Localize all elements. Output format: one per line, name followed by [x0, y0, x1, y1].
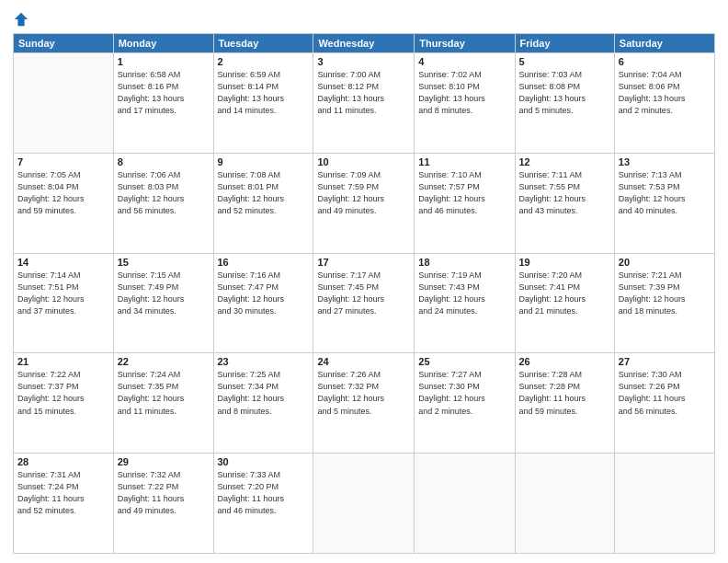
- week-row-3: 14Sunrise: 7:14 AM Sunset: 7:51 PM Dayli…: [14, 253, 715, 353]
- day-number: 7: [17, 156, 109, 167]
- day-info: Sunrise: 7:04 AM Sunset: 8:06 PM Dayligh…: [619, 69, 711, 117]
- day-info: Sunrise: 7:33 AM Sunset: 7:20 PM Dayligh…: [218, 469, 310, 517]
- day-number: 28: [17, 456, 109, 467]
- day-number: 24: [317, 356, 410, 367]
- day-info: Sunrise: 7:16 AM Sunset: 7:47 PM Dayligh…: [218, 270, 310, 317]
- day-info: Sunrise: 7:19 AM Sunset: 7:43 PM Dayligh…: [418, 270, 510, 317]
- day-number: 9: [218, 156, 310, 167]
- logo-icon: [13, 11, 29, 28]
- day-info: Sunrise: 7:15 AM Sunset: 7:49 PM Dayligh…: [118, 270, 210, 317]
- weekday-header-monday: Monday: [113, 34, 213, 53]
- day-info: Sunrise: 7:30 AM Sunset: 7:26 PM Dayligh…: [619, 369, 711, 417]
- day-number: 16: [218, 257, 310, 268]
- day-info: Sunrise: 6:59 AM Sunset: 8:14 PM Dayligh…: [218, 69, 310, 117]
- day-info: Sunrise: 7:22 AM Sunset: 7:37 PM Dayligh…: [17, 369, 109, 417]
- calendar-cell: 7Sunrise: 7:05 AM Sunset: 8:04 PM Daylig…: [14, 153, 114, 253]
- day-number: 23: [218, 356, 310, 367]
- day-number: 8: [118, 156, 210, 167]
- calendar-cell: 4Sunrise: 7:02 AM Sunset: 8:10 PM Daylig…: [415, 53, 515, 154]
- calendar-cell: 24Sunrise: 7:26 AM Sunset: 7:32 PM Dayli…: [313, 353, 415, 454]
- day-info: Sunrise: 7:13 AM Sunset: 7:53 PM Dayligh…: [619, 169, 711, 217]
- calendar-cell: 18Sunrise: 7:19 AM Sunset: 7:43 PM Dayli…: [415, 253, 515, 353]
- calendar-cell: [515, 454, 614, 554]
- calendar-table: SundayMondayTuesdayWednesdayThursdayFrid…: [13, 33, 715, 554]
- day-info: Sunrise: 7:05 AM Sunset: 8:04 PM Dayligh…: [17, 169, 109, 217]
- calendar-cell: 23Sunrise: 7:25 AM Sunset: 7:34 PM Dayli…: [213, 353, 313, 454]
- day-number: 14: [17, 257, 109, 268]
- day-number: 19: [519, 257, 610, 268]
- day-number: 27: [619, 356, 711, 367]
- day-info: Sunrise: 7:11 AM Sunset: 7:55 PM Dayligh…: [519, 169, 610, 217]
- day-number: 20: [619, 257, 711, 268]
- day-info: Sunrise: 7:14 AM Sunset: 7:51 PM Dayligh…: [17, 270, 109, 317]
- calendar-cell: 29Sunrise: 7:32 AM Sunset: 7:22 PM Dayli…: [113, 454, 213, 554]
- calendar-cell: 26Sunrise: 7:28 AM Sunset: 7:28 PM Dayli…: [515, 353, 614, 454]
- calendar-cell: 19Sunrise: 7:20 AM Sunset: 7:41 PM Dayli…: [515, 253, 614, 353]
- day-info: Sunrise: 7:09 AM Sunset: 7:59 PM Dayligh…: [317, 169, 410, 217]
- calendar-cell: 17Sunrise: 7:17 AM Sunset: 7:45 PM Dayli…: [313, 253, 415, 353]
- week-row-5: 28Sunrise: 7:31 AM Sunset: 7:24 PM Dayli…: [14, 454, 715, 554]
- weekday-header-row: SundayMondayTuesdayWednesdayThursdayFrid…: [14, 34, 715, 53]
- calendar-cell: 25Sunrise: 7:27 AM Sunset: 7:30 PM Dayli…: [415, 353, 515, 454]
- day-number: 18: [418, 257, 510, 268]
- calendar-cell: 13Sunrise: 7:13 AM Sunset: 7:53 PM Dayli…: [614, 153, 714, 253]
- calendar-cell: 11Sunrise: 7:10 AM Sunset: 7:57 PM Dayli…: [415, 153, 515, 253]
- weekday-header-sunday: Sunday: [14, 34, 114, 53]
- week-row-1: 1Sunrise: 6:58 AM Sunset: 8:16 PM Daylig…: [14, 53, 715, 154]
- day-number: 17: [317, 257, 410, 268]
- calendar-cell: [313, 454, 415, 554]
- day-number: 22: [118, 356, 210, 367]
- day-number: 29: [118, 456, 210, 467]
- calendar-cell: 14Sunrise: 7:14 AM Sunset: 7:51 PM Dayli…: [14, 253, 114, 353]
- calendar-cell: 3Sunrise: 7:00 AM Sunset: 8:12 PM Daylig…: [313, 53, 415, 154]
- week-row-2: 7Sunrise: 7:05 AM Sunset: 8:04 PM Daylig…: [14, 153, 715, 253]
- weekday-header-friday: Friday: [515, 34, 614, 53]
- day-info: Sunrise: 7:27 AM Sunset: 7:30 PM Dayligh…: [418, 369, 510, 417]
- calendar-cell: 8Sunrise: 7:06 AM Sunset: 8:03 PM Daylig…: [113, 153, 213, 253]
- day-number: 11: [418, 156, 510, 167]
- day-info: Sunrise: 7:26 AM Sunset: 7:32 PM Dayligh…: [317, 369, 410, 417]
- weekday-header-saturday: Saturday: [614, 34, 714, 53]
- calendar-cell: 22Sunrise: 7:24 AM Sunset: 7:35 PM Dayli…: [113, 353, 213, 454]
- calendar-cell: 16Sunrise: 7:16 AM Sunset: 7:47 PM Dayli…: [213, 253, 313, 353]
- day-number: 10: [317, 156, 410, 167]
- calendar-cell: 15Sunrise: 7:15 AM Sunset: 7:49 PM Dayli…: [113, 253, 213, 353]
- day-number: 1: [118, 56, 210, 67]
- day-info: Sunrise: 7:00 AM Sunset: 8:12 PM Dayligh…: [317, 69, 410, 117]
- weekday-header-tuesday: Tuesday: [213, 34, 313, 53]
- calendar-cell: 20Sunrise: 7:21 AM Sunset: 7:39 PM Dayli…: [614, 253, 714, 353]
- logo: [13, 9, 31, 28]
- day-info: Sunrise: 7:17 AM Sunset: 7:45 PM Dayligh…: [317, 270, 410, 317]
- day-info: Sunrise: 7:20 AM Sunset: 7:41 PM Dayligh…: [519, 270, 610, 317]
- day-info: Sunrise: 7:25 AM Sunset: 7:34 PM Dayligh…: [218, 369, 310, 417]
- page: SundayMondayTuesdayWednesdayThursdayFrid…: [0, 0, 728, 563]
- day-number: 25: [418, 356, 510, 367]
- day-info: Sunrise: 7:02 AM Sunset: 8:10 PM Dayligh…: [418, 69, 510, 117]
- calendar-cell: 30Sunrise: 7:33 AM Sunset: 7:20 PM Dayli…: [213, 454, 313, 554]
- day-number: 6: [619, 56, 711, 67]
- day-info: Sunrise: 7:31 AM Sunset: 7:24 PM Dayligh…: [17, 469, 109, 517]
- day-info: Sunrise: 7:21 AM Sunset: 7:39 PM Dayligh…: [619, 270, 711, 317]
- calendar-cell: 9Sunrise: 7:08 AM Sunset: 8:01 PM Daylig…: [213, 153, 313, 253]
- week-row-4: 21Sunrise: 7:22 AM Sunset: 7:37 PM Dayli…: [14, 353, 715, 454]
- day-info: Sunrise: 7:24 AM Sunset: 7:35 PM Dayligh…: [118, 369, 210, 417]
- day-number: 4: [418, 56, 510, 67]
- calendar-cell: 1Sunrise: 6:58 AM Sunset: 8:16 PM Daylig…: [113, 53, 213, 154]
- day-info: Sunrise: 7:03 AM Sunset: 8:08 PM Dayligh…: [519, 69, 610, 117]
- calendar-cell: [614, 454, 714, 554]
- day-info: Sunrise: 7:08 AM Sunset: 8:01 PM Dayligh…: [218, 169, 310, 217]
- calendar-cell: 5Sunrise: 7:03 AM Sunset: 8:08 PM Daylig…: [515, 53, 614, 154]
- day-number: 2: [218, 56, 310, 67]
- calendar-cell: 28Sunrise: 7:31 AM Sunset: 7:24 PM Dayli…: [14, 454, 114, 554]
- calendar-cell: 21Sunrise: 7:22 AM Sunset: 7:37 PM Dayli…: [14, 353, 114, 454]
- calendar-cell: 12Sunrise: 7:11 AM Sunset: 7:55 PM Dayli…: [515, 153, 614, 253]
- day-info: Sunrise: 7:32 AM Sunset: 7:22 PM Dayligh…: [118, 469, 210, 517]
- day-number: 3: [317, 56, 410, 67]
- day-number: 30: [218, 456, 310, 467]
- day-info: Sunrise: 7:28 AM Sunset: 7:28 PM Dayligh…: [519, 369, 610, 417]
- calendar-cell: 2Sunrise: 6:59 AM Sunset: 8:14 PM Daylig…: [213, 53, 313, 154]
- header: [13, 9, 715, 28]
- weekday-header-wednesday: Wednesday: [313, 34, 415, 53]
- calendar-cell: [415, 454, 515, 554]
- day-number: 15: [118, 257, 210, 268]
